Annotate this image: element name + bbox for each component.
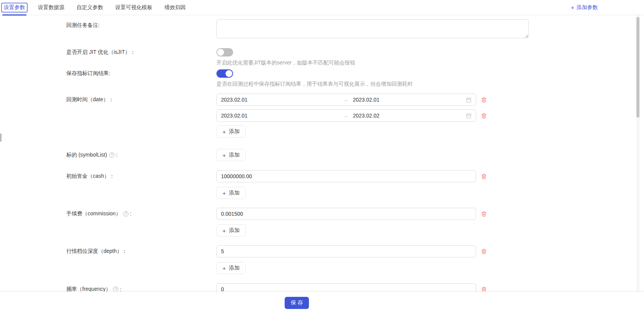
depth-label: 行情档位深度（depth）： [53, 245, 216, 257]
row-remark: 回测任务备注: [53, 19, 644, 38]
plus-icon: + [571, 5, 574, 10]
row-jit: 是否开启 JIT 优化（isJIT）： 开启此优化需要JIT版本的server，… [53, 48, 644, 66]
delete-cash-button[interactable] [481, 173, 487, 179]
save-button[interactable]: 保 存 [285, 297, 309, 309]
commission-label-text: 手续费（commission） [66, 210, 121, 217]
help-icon[interactable]: ? [123, 211, 128, 216]
range-arrow-icon: → [343, 113, 353, 119]
vertical-scrollbar-thumb[interactable] [636, 17, 639, 118]
add-parameter-button[interactable]: + 添加参数 [571, 4, 598, 11]
jit-toggle[interactable] [216, 48, 233, 56]
add-parameter-label: 添加参数 [577, 4, 598, 11]
help-icon[interactable]: ? [113, 287, 118, 292]
plus-icon: + [223, 265, 226, 271]
save-result-toggle[interactable] [216, 69, 233, 78]
save-footer: 保 存 [0, 292, 644, 312]
delete-date-range-button[interactable] [481, 113, 487, 119]
save-result-toggle-knob [226, 70, 232, 77]
row-save-result: 保存指标订阅结果: 是否在回测过程中保存指标订阅结果，用于结果表与可视化展示，但… [53, 69, 644, 88]
jit-toggle-knob [217, 49, 224, 56]
plus-icon: + [223, 228, 226, 234]
backtest-settings-panel: 设置参数 设置数据源 自定义参数 设置可视化模板 绩效归因 + 添加参数 回测任… [0, 0, 644, 312]
date-end-value[interactable]: 2023.02.02 [353, 113, 466, 119]
row-symbol-list: 标的 (symbolList) ? : + 添加 [53, 149, 644, 161]
calendar-icon [466, 113, 472, 119]
jit-label: 是否开启 JIT 优化（isJIT）： [53, 48, 216, 56]
date-end-value[interactable]: 2023.02.01 [353, 97, 466, 103]
form-scroll-area: 回测任务备注: 是否开启 JIT 优化（isJIT）： 开启此优化需要JIT版本… [0, 15, 644, 292]
row-depth: 行情档位深度（depth）： + 添加 [53, 245, 644, 274]
add-cash-label: 添加 [229, 190, 240, 196]
calendar-icon [466, 97, 472, 103]
add-cash-button[interactable]: + 添加 [216, 187, 246, 199]
tab-set-datasource-label: 设置数据源 [38, 4, 64, 11]
add-symbol-label: 添加 [229, 152, 240, 158]
remark-label: 回测任务备注: [53, 19, 216, 31]
cash-label: 初始资金（cash）： [53, 170, 216, 182]
add-symbol-button[interactable]: + 添加 [216, 149, 246, 161]
tab-visualization-template[interactable]: 设置可视化模板 [115, 0, 152, 15]
date-start-value[interactable]: 2023.02.01 [221, 97, 343, 103]
tab-performance-attribution-label: 绩效归因 [165, 4, 186, 11]
plus-icon: + [223, 190, 226, 196]
depth-input[interactable] [216, 245, 476, 257]
symbol-label-colon: : [116, 152, 118, 158]
jit-helper-text: 开启此优化需要JIT版本的server，如版本不匹配可能会报错 [216, 59, 355, 66]
date-label: 回测时间（date）： [53, 94, 216, 106]
delete-commission-button[interactable] [481, 211, 487, 217]
tab-custom-params-label: 自定义参数 [77, 4, 103, 11]
delete-depth-button[interactable] [481, 248, 487, 254]
frequency-label-colon: : [120, 286, 121, 292]
row-commission: 手续费（commission） ? : + 添加 [53, 208, 644, 237]
row-date: 回测时间（date）： 2023.02.01 → 2023.02.01 [53, 94, 644, 138]
plus-icon: + [223, 129, 226, 135]
add-depth-label: 添加 [229, 265, 240, 271]
symbol-label-text: 标的 (symbolList) [66, 152, 107, 158]
tab-set-datasource[interactable]: 设置数据源 [38, 0, 64, 15]
save-result-label: 保存指标订阅结果: [53, 69, 216, 78]
row-frequency: 频率（frequency） ? : [53, 283, 644, 292]
tab-performance-attribution[interactable]: 绩效归因 [165, 0, 186, 15]
date-range-row: 2023.02.01 → 2023.02.01 [216, 94, 487, 106]
frequency-input[interactable] [216, 283, 476, 292]
frequency-label: 频率（frequency） ? : [53, 283, 216, 292]
add-commission-label: 添加 [229, 227, 240, 234]
plus-icon: + [223, 152, 226, 158]
delete-frequency-button[interactable] [481, 286, 487, 292]
commission-label-colon: : [130, 211, 132, 217]
cash-input[interactable] [216, 170, 476, 182]
symbol-label: 标的 (symbolList) ? : [53, 149, 216, 161]
tab-custom-params[interactable]: 自定义参数 [77, 0, 103, 15]
tab-set-params-label: 设置参数 [1, 3, 28, 13]
tab-visualization-template-label: 设置可视化模板 [115, 4, 152, 11]
date-range-row: 2023.02.01 → 2023.02.02 [216, 110, 487, 122]
commission-label: 手续费（commission） ? : [53, 208, 216, 220]
help-icon[interactable]: ? [109, 152, 114, 158]
frequency-label-text: 频率（frequency） [66, 286, 111, 292]
tab-bar: 设置参数 设置数据源 自定义参数 设置可视化模板 绩效归因 + 添加参数 [0, 0, 644, 15]
date-start-value[interactable]: 2023.02.01 [221, 113, 343, 119]
range-arrow-icon: → [343, 97, 353, 103]
tab-set-params[interactable]: 设置参数 [3, 0, 26, 15]
date-range-picker[interactable]: 2023.02.01 → 2023.02.01 [216, 94, 476, 106]
add-date-range-button[interactable]: + 添加 [216, 125, 246, 138]
save-result-helper-text: 是否在回测过程中保存指标订阅结果，用于结果表与可视化展示，但会增加回测耗时 [216, 80, 413, 88]
row-cash: 初始资金（cash）： + 添加 [53, 170, 644, 199]
left-scrollbar-fragment [0, 133, 2, 142]
commission-input[interactable] [216, 208, 476, 220]
add-commission-button[interactable]: + 添加 [216, 224, 246, 237]
add-depth-button[interactable]: + 添加 [216, 262, 246, 274]
date-range-picker[interactable]: 2023.02.01 → 2023.02.02 [216, 110, 476, 122]
add-date-range-label: 添加 [229, 128, 240, 135]
remark-textarea[interactable] [216, 19, 529, 38]
delete-date-range-button[interactable] [481, 97, 487, 103]
